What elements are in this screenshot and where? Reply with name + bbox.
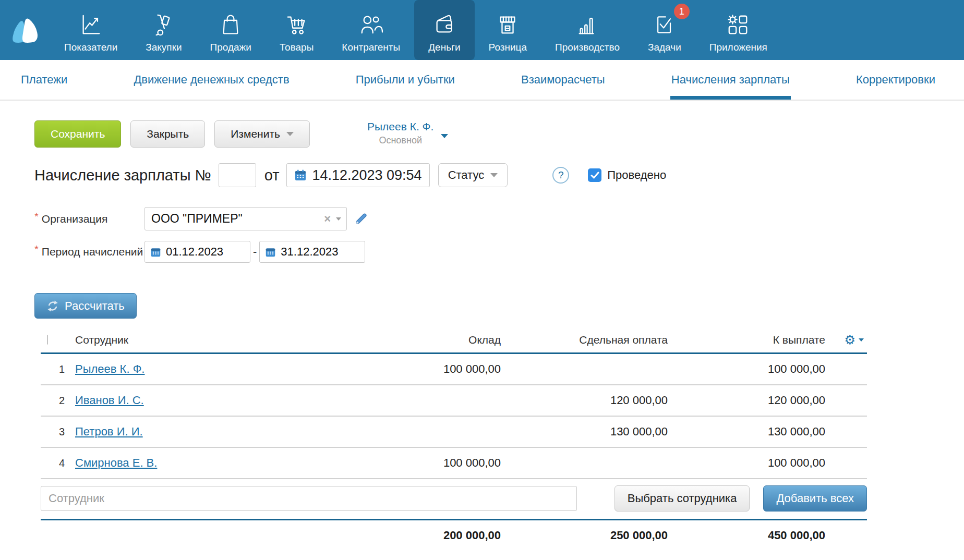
status-button-label: Статус <box>448 168 485 182</box>
money-subnav: Платежи Движение денежных средств Прибыл… <box>0 60 964 101</box>
select-all-checkbox[interactable] <box>47 335 48 345</box>
row-number: 3 <box>41 426 67 438</box>
period-label: Период начислений <box>42 246 143 258</box>
subnav-item-adjustments[interactable]: Корректировки <box>856 60 935 100</box>
subnav-item-profit-loss[interactable]: Прибыли и убытки <box>356 60 455 100</box>
nav-label: Закупки <box>146 42 182 53</box>
nav-item-purchases[interactable]: Закупки <box>131 0 196 60</box>
chevron-down-icon[interactable] <box>336 217 341 221</box>
salary-cell: 100 000,00 <box>380 362 501 376</box>
subnav-item-payments[interactable]: Платежи <box>21 60 67 100</box>
nav-label: Производство <box>555 42 620 53</box>
nav-label: Контрагенты <box>342 42 400 53</box>
period-to-field[interactable]: 31.12.2023 <box>259 241 365 263</box>
hand-truck-icon <box>152 9 176 37</box>
subnav-item-settlements[interactable]: Взаиморасчеты <box>521 60 605 100</box>
nav-label: Приложения <box>709 42 767 53</box>
organization-select[interactable]: × <box>144 207 347 230</box>
nav-label: Деньги <box>428 42 460 53</box>
subnav-item-payroll[interactable]: Начисления зарплаты <box>671 60 790 100</box>
organization-input[interactable] <box>151 212 324 226</box>
edit-pencil-icon[interactable] <box>354 212 368 226</box>
employee-column-header[interactable]: Сотрудник <box>67 334 380 346</box>
period-to-value: 31.12.2023 <box>281 245 338 259</box>
nav-item-production[interactable]: Производство <box>541 0 634 60</box>
table-settings-gear-icon[interactable]: ⚙ <box>844 334 855 346</box>
document-datetime-field[interactable]: 14.12.2023 09:54 <box>286 163 429 187</box>
wallet-icon <box>432 9 456 37</box>
add-all-button[interactable]: Добавить всех <box>763 485 867 512</box>
employee-link[interactable]: Петров И. И. <box>75 425 143 438</box>
nav-label: Товары <box>280 42 314 53</box>
topnav-items: Показатели Закупки Продажи <box>50 0 781 60</box>
chevron-down-icon[interactable] <box>859 338 864 342</box>
help-icon[interactable]: ? <box>552 167 569 184</box>
chevron-down-icon <box>490 173 498 177</box>
employee-search-input[interactable] <box>41 486 577 511</box>
approved-label: Проведено <box>607 168 666 182</box>
clear-icon[interactable]: × <box>324 212 331 226</box>
select-employee-button[interactable]: Выбрать сотрудника <box>614 485 750 512</box>
logo-icon <box>9 15 41 45</box>
required-asterisk: * <box>34 244 39 256</box>
payroll-document: Сохранить Закрыть Изменить Рылеев К. Ф. … <box>0 120 964 551</box>
table-row: 3 Петров И. И. 130 000,00 130 000,00 <box>41 417 867 448</box>
status-button[interactable]: Статус <box>438 163 508 187</box>
storefront-icon <box>496 9 520 37</box>
user-name[interactable]: Рылеев К. Ф. <box>367 120 433 133</box>
calculate-button[interactable]: Рассчитать <box>34 293 137 319</box>
salary-column-header[interactable]: Оклад <box>380 334 501 346</box>
document-number-input[interactable] <box>219 163 256 187</box>
top-navigation-bar: Показатели Закупки Продажи <box>0 0 964 60</box>
table-footer-row: Выбрать сотрудника Добавить всех <box>41 479 867 520</box>
period-from-field[interactable]: 01.12.2023 <box>144 241 250 263</box>
close-button[interactable]: Закрыть <box>130 120 205 148</box>
calendar-icon <box>294 169 307 181</box>
approved-checkbox-group[interactable]: Проведено <box>588 168 666 182</box>
employee-link[interactable]: Смирнова Е. В. <box>75 456 157 469</box>
chevron-down-icon <box>286 132 294 136</box>
table-body: 1 Рылеев К. Ф. 100 000,00 100 000,00 2 И… <box>41 354 867 479</box>
edit-button-label: Изменить <box>231 128 280 140</box>
piecework-cell: 120 000,00 <box>501 394 668 407</box>
approved-checkbox[interactable] <box>588 168 601 182</box>
nav-item-money[interactable]: Деньги <box>414 0 474 60</box>
user-menu[interactable]: Рылеев К. Ф. Основной <box>367 120 448 146</box>
period-from-value: 01.12.2023 <box>166 245 223 259</box>
shopping-cart-icon <box>285 9 309 37</box>
task-check-icon: 1 <box>653 9 676 37</box>
piecework-column-header[interactable]: Сдельная оплата <box>501 334 668 346</box>
row-number: 1 <box>41 363 67 375</box>
nav-label: Задачи <box>648 42 681 53</box>
employee-link[interactable]: Иванов И. С. <box>75 394 144 407</box>
nav-item-goods[interactable]: Товары <box>266 0 328 60</box>
period-row: * Период начислений 01.12.2023 - <box>34 241 964 263</box>
calendar-icon <box>150 247 161 258</box>
save-button[interactable]: Сохранить <box>34 120 121 148</box>
refresh-icon <box>46 300 59 312</box>
total-piecework: 250 000,00 <box>501 529 668 542</box>
payout-column-header[interactable]: К выплате <box>668 334 825 346</box>
payroll-table: Сотрудник Оклад Сдельная оплата К выплат… <box>41 327 867 551</box>
people-icon <box>359 9 383 37</box>
nav-item-apps[interactable]: Приложения <box>695 0 781 60</box>
employee-link[interactable]: Рылеев К. Ф. <box>75 362 144 375</box>
bar-chart-icon <box>575 9 599 37</box>
nav-item-counterparties[interactable]: Контрагенты <box>328 0 414 60</box>
totals-row: 200 000,00 250 000,00 450 000,00 <box>41 520 867 551</box>
organization-row: * Организация × <box>34 207 964 230</box>
nav-item-sales[interactable]: Продажи <box>196 0 266 60</box>
subnav-item-cash-flow[interactable]: Движение денежных средств <box>134 60 289 100</box>
chevron-down-icon <box>441 134 448 138</box>
app-logo[interactable] <box>0 0 50 60</box>
period-separator: - <box>253 245 257 259</box>
edit-button[interactable]: Изменить <box>214 120 310 148</box>
document-toolbar: Сохранить Закрыть Изменить Рылеев К. Ф. … <box>34 120 964 148</box>
nav-label: Розница <box>489 42 527 53</box>
nav-item-indicators[interactable]: Показатели <box>50 0 131 60</box>
piecework-cell: 130 000,00 <box>501 425 668 439</box>
nav-item-tasks[interactable]: 1 Задачи <box>634 0 695 60</box>
total-payout: 450 000,00 <box>668 529 825 542</box>
nav-item-retail[interactable]: Розница <box>475 0 541 60</box>
nav-label: Продажи <box>210 42 251 53</box>
